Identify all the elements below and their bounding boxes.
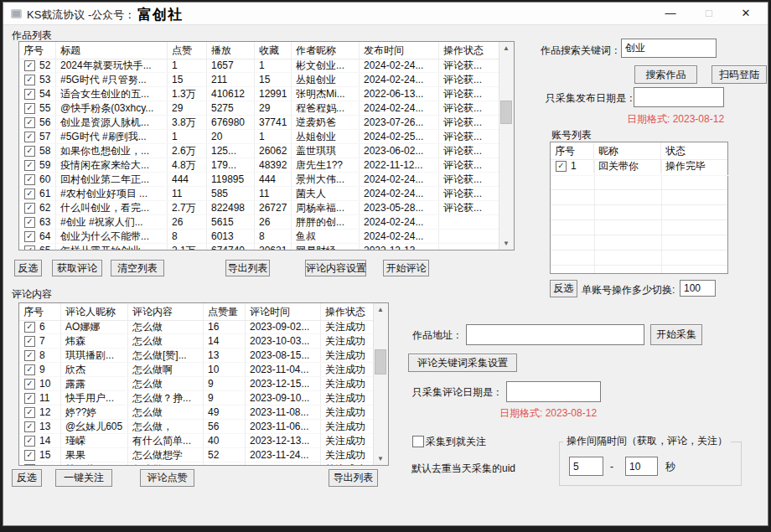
start-collect-button[interactable]: 开始采集 (650, 324, 702, 345)
clear-list-button[interactable]: 清空列表 (111, 260, 164, 276)
scroll-up-icon[interactable] (499, 42, 513, 54)
row-checkbox[interactable] (24, 350, 35, 361)
row-checkbox[interactable] (24, 189, 35, 199)
row-checkbox[interactable] (24, 322, 35, 333)
work-url-input[interactable] (466, 324, 644, 345)
table-row[interactable]: 56 创业是资源人脉机... 3.8万 676980 37741 逆袭奶爸 20… (19, 116, 501, 130)
comments-header-cell[interactable]: 评论内容 (128, 303, 204, 320)
get-comments-button[interactable]: 获取评论 (52, 260, 102, 276)
row-checkbox[interactable] (24, 421, 35, 432)
table-row[interactable]: 9 欣杰 怎么做啊 10 2023-11-04... 关注成功 (19, 363, 375, 377)
table-row[interactable]: 53 #5G时代 #只管努... 15 211 15 丛姐创业 2024-02-… (19, 73, 501, 87)
comment-like-button[interactable]: 评论点赞 (140, 469, 194, 487)
row-checkbox[interactable] (24, 103, 35, 114)
table-row[interactable]: 58 如果你也想创业，... 2.6万 125... 26062 盖世琪琪 20… (19, 144, 501, 158)
row-checkbox[interactable] (24, 217, 35, 228)
row-checkbox[interactable] (24, 146, 35, 157)
works-scrollbar[interactable] (499, 42, 514, 250)
scroll-down-icon[interactable] (374, 452, 387, 465)
table-row[interactable]: 11 快手用户... 怎么做？挣... 9 2023-09-10... 关注成功 (19, 391, 375, 405)
search-keyword-input[interactable] (621, 39, 717, 58)
table-row[interactable]: 14 瑾嵘 有什么简单... 40 2023-12-13... 关注成功 (19, 434, 375, 448)
row-checkbox[interactable] (24, 132, 35, 142)
row-checkbox[interactable] (24, 245, 35, 250)
table-row[interactable]: 63 #创业 #祝家人们... 26 5615 26 胖胖的创... 2024-… (19, 215, 501, 230)
table-row[interactable]: 10 露露 怎么做 9 2023-12-15... 关注成功 (19, 377, 375, 391)
table-row[interactable]: 1 回关带你 操作完毕 (551, 159, 729, 176)
scrollbar-thumb[interactable] (375, 349, 386, 374)
table-row[interactable]: 62 什么叫创业，看完... 2.7万 822498 26727 周杨幸福...… (19, 201, 501, 215)
table-row[interactable]: 61 #农村创业好项目 ... 11 585 11 菌夫人 2024-02-24… (19, 187, 501, 201)
comments-header-cell[interactable]: 点赞量 (204, 303, 246, 320)
follow-on-collect-checkbox[interactable] (412, 436, 424, 447)
comments-header-cell[interactable]: 评论时间 (246, 303, 321, 320)
row-checkbox[interactable] (24, 89, 35, 100)
search-works-button[interactable]: 搜索作品 (634, 65, 697, 84)
interval-max-input[interactable] (625, 457, 658, 476)
row-checkbox[interactable] (24, 379, 35, 390)
row-checkbox[interactable] (24, 436, 35, 447)
table-row[interactable]: 15 果果 怎么做想学 52 2023-11-24... 关注成功 (19, 448, 375, 462)
works-header-cell[interactable]: 收藏 (255, 42, 292, 59)
works-header-cell[interactable]: 序号 (19, 42, 56, 59)
row-checkbox[interactable] (556, 161, 567, 172)
qr-login-button[interactable]: 扫码登陆 (711, 65, 767, 84)
table-row[interactable]: 8 琪琪播剧... 怎么做[赞]... 13 2023-08-15... 关注成… (19, 349, 375, 363)
row-checkbox[interactable] (24, 203, 35, 214)
publish-date-input[interactable] (634, 87, 724, 107)
table-row[interactable]: 59 疫情闲在家来给大... 4.8万 179... 48392 唐先生1?? … (19, 158, 501, 173)
account-switch-input[interactable] (680, 280, 716, 297)
table-row[interactable]: 55 @快手粉条(03xhcy... 29 5275 29 程爸程妈... 20… (19, 101, 501, 116)
row-checkbox[interactable] (24, 174, 35, 185)
scrollbar-thumb[interactable] (500, 101, 512, 124)
table-row[interactable]: 60 回村创业第二年正... 444 119895 444 景州大伟... 20… (19, 173, 501, 187)
works-invert-button[interactable]: 反选 (14, 260, 42, 276)
works-header-cell[interactable]: 发布时间 (360, 42, 439, 59)
works-header-cell[interactable]: 作者昵称 (292, 42, 360, 59)
table-row[interactable]: 6 AO娜娜 怎么做 16 2023-09-02... 关注成功 (19, 320, 375, 334)
scroll-down-icon[interactable] (499, 237, 513, 250)
comment-date-input[interactable] (506, 381, 601, 402)
row-checkbox[interactable] (24, 450, 35, 461)
comments-header-cell[interactable]: 评论人昵称 (61, 303, 128, 320)
table-row[interactable]: 12 婷??婷 怎么做 49 2023-11-08... 关注成功 (19, 405, 375, 420)
table-row[interactable]: 64 创业为什么不能带... 8 6013 8 鱼叔 2024-02-24... (19, 230, 501, 244)
row-checkbox[interactable] (24, 393, 35, 404)
accounts-invert-button[interactable]: 反选 (550, 280, 577, 297)
close-button[interactable]: ✕ (729, 3, 763, 23)
table-row[interactable]: 7 炜森 怎么做 14 2023-10-03... 关注成功 (19, 334, 375, 349)
row-checkbox[interactable] (24, 464, 35, 465)
row-checkbox[interactable] (24, 231, 35, 242)
comments-export-button[interactable]: 导出列表 (329, 469, 378, 487)
works-header-cell[interactable]: 标题 (56, 42, 168, 59)
one-key-follow-button[interactable]: 一键关注 (55, 469, 112, 487)
table-row[interactable]: 54 适合女生创业的五... 1.3万 410612 12991 张明杰Mi..… (19, 87, 501, 101)
comments-header-cell[interactable]: 操作状态 (321, 303, 375, 320)
works-header-cell[interactable]: 播放 (207, 42, 255, 59)
works-export-button[interactable]: 导出列表 (225, 260, 270, 276)
works-header-cell[interactable]: 操作状态 (439, 42, 501, 59)
row-checkbox[interactable] (24, 75, 35, 85)
row-checkbox[interactable] (24, 160, 35, 171)
table-row[interactable]: 16 等风信 怎么做 24 2024-01-07... 关注成功 (19, 462, 375, 465)
minimize-button[interactable]: — (654, 3, 687, 23)
table-row[interactable]: 65 怎样从零开始创业... 2.1万 674740 20621 网易财经 20… (19, 244, 501, 250)
scroll-up-icon[interactable] (374, 303, 387, 316)
accounts-header-cell[interactable]: 序号 (551, 142, 594, 159)
table-row[interactable]: 52 2024年就要玩快手... 1 1657 1 彬文创业... 2024-0… (19, 59, 501, 73)
comments-invert-button[interactable]: 反选 (12, 469, 42, 487)
comments-header-cell[interactable]: 序号 (19, 303, 61, 320)
accounts-header-cell[interactable]: 昵称 (594, 142, 661, 159)
comment-content-settings-button[interactable]: 评论内容设置 (305, 260, 366, 276)
table-row[interactable]: 13 @幺妹儿605 怎么做， 56 2023-11-06... 关注成功 (19, 420, 375, 434)
accounts-header-cell[interactable]: 状态 (661, 142, 727, 159)
interval-min-input[interactable] (569, 457, 603, 476)
comments-scrollbar[interactable] (373, 303, 388, 465)
row-checkbox[interactable] (24, 336, 35, 347)
maximize-button[interactable]: □ (692, 3, 726, 23)
works-header-cell[interactable]: 点赞 (168, 42, 207, 59)
keyword-collect-settings-button[interactable]: 评论关键词采集设置 (408, 354, 517, 372)
row-checkbox[interactable] (24, 364, 35, 375)
row-checkbox[interactable] (24, 117, 35, 128)
row-checkbox[interactable] (24, 60, 35, 71)
